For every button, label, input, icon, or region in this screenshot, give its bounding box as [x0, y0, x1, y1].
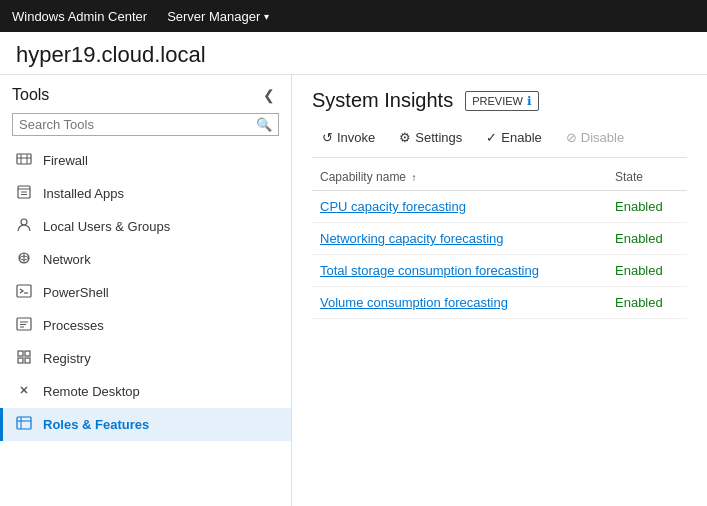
settings-icon: ⚙ — [399, 130, 411, 145]
server-manager-menu[interactable]: Server Manager ▾ — [167, 9, 269, 24]
sidebar-item-label-installed-apps: Installed Apps — [43, 186, 124, 201]
app-name: Windows Admin Center — [12, 9, 147, 24]
svg-rect-23 — [17, 417, 31, 429]
table-row: Volume consumption forecastingEnabled — [312, 287, 687, 319]
capability-link-3[interactable]: Volume consumption forecasting — [320, 295, 508, 310]
sidebar-nav: FirewallInstalled AppsLocal Users & Grou… — [0, 144, 291, 506]
capability-link-2[interactable]: Total storage consumption forecasting — [320, 263, 539, 278]
search-input[interactable] — [19, 117, 256, 132]
powershell-icon — [15, 283, 33, 302]
capabilities-table: Capability name ↑ State CPU capacity for… — [312, 166, 687, 319]
sidebar-item-label-registry: Registry — [43, 351, 91, 366]
col-state-header: State — [607, 166, 687, 191]
server-chevron-icon: ▾ — [264, 11, 269, 22]
enable-button[interactable]: ✓ Enable — [476, 126, 551, 149]
svg-rect-19 — [18, 358, 23, 363]
firewall-icon — [15, 151, 33, 170]
sidebar-item-powershell[interactable]: PowerShell — [0, 276, 291, 309]
table-row: CPU capacity forecastingEnabled — [312, 191, 687, 223]
capability-cell-2: Total storage consumption forecasting — [312, 255, 607, 287]
sidebar-item-firewall[interactable]: Firewall — [0, 144, 291, 177]
state-cell-1: Enabled — [607, 223, 687, 255]
invoke-button[interactable]: ↺ Invoke — [312, 126, 385, 149]
sidebar-item-registry[interactable]: Registry — [0, 342, 291, 375]
table-row: Networking capacity forecastingEnabled — [312, 223, 687, 255]
sidebar-item-roles-features[interactable]: Roles & Features — [0, 408, 291, 441]
local-users-icon — [15, 217, 33, 236]
topbar: Windows Admin Center Server Manager ▾ — [0, 0, 707, 32]
disable-button[interactable]: ⊘ Disable — [556, 126, 634, 149]
svg-rect-20 — [25, 358, 30, 363]
state-cell-3: Enabled — [607, 287, 687, 319]
state-cell-2: Enabled — [607, 255, 687, 287]
col-capability-header: Capability name ↑ — [312, 166, 607, 191]
processes-icon — [15, 316, 33, 335]
capability-link-0[interactable]: CPU capacity forecasting — [320, 199, 466, 214]
sidebar-item-processes[interactable]: Processes — [0, 309, 291, 342]
host-title: hyper19.cloud.local — [0, 32, 707, 75]
preview-badge: PREVIEW ℹ — [465, 91, 539, 111]
settings-button[interactable]: ⚙ Settings — [389, 126, 472, 149]
search-box: 🔍 — [12, 113, 279, 136]
svg-rect-0 — [17, 154, 31, 164]
svg-rect-17 — [18, 351, 23, 356]
enable-label: Enable — [501, 130, 541, 145]
capability-link-1[interactable]: Networking capacity forecasting — [320, 231, 504, 246]
sidebar-header: Tools ❮ — [0, 75, 291, 113]
content-area: Tools ❮ 🔍 FirewallInstalled AppsLocal Us… — [0, 75, 707, 506]
remote-desktop-icon — [15, 382, 33, 401]
sidebar-item-remote-desktop[interactable]: Remote Desktop — [0, 375, 291, 408]
state-cell-0: Enabled — [607, 191, 687, 223]
server-manager-label: Server Manager — [167, 9, 260, 24]
sidebar-item-label-remote-desktop: Remote Desktop — [43, 384, 140, 399]
sidebar-item-local-users[interactable]: Local Users & Groups — [0, 210, 291, 243]
sidebar-item-installed-apps[interactable]: Installed Apps — [0, 177, 291, 210]
sidebar-item-label-firewall: Firewall — [43, 153, 88, 168]
sidebar-item-label-local-users: Local Users & Groups — [43, 219, 170, 234]
invoke-icon: ↺ — [322, 130, 333, 145]
sidebar-item-label-network: Network — [43, 252, 91, 267]
panel-title-row: System Insights PREVIEW ℹ — [312, 89, 687, 112]
svg-rect-18 — [25, 351, 30, 356]
sort-icon[interactable]: ↑ — [411, 172, 416, 183]
preview-label: PREVIEW — [472, 95, 523, 107]
search-icon[interactable]: 🔍 — [256, 117, 272, 132]
tools-label: Tools — [12, 86, 49, 104]
capability-cell-3: Volume consumption forecasting — [312, 287, 607, 319]
capability-cell-0: CPU capacity forecasting — [312, 191, 607, 223]
panel-title: System Insights — [312, 89, 453, 112]
disable-icon: ⊘ — [566, 130, 577, 145]
main-panel: System Insights PREVIEW ℹ ↺ Invoke ⚙ Set… — [292, 75, 707, 506]
registry-icon — [15, 349, 33, 368]
preview-info-icon[interactable]: ℹ — [527, 94, 532, 108]
roles-features-icon — [15, 415, 33, 434]
sidebar-item-label-processes: Processes — [43, 318, 104, 333]
table-row: Total storage consumption forecastingEna… — [312, 255, 687, 287]
toolbar: ↺ Invoke ⚙ Settings ✓ Enable ⊘ Disable — [312, 126, 687, 158]
table-header: Capability name ↑ State — [312, 166, 687, 191]
enable-icon: ✓ — [486, 130, 497, 145]
sidebar-item-label-roles-features: Roles & Features — [43, 417, 149, 432]
svg-point-8 — [21, 219, 27, 225]
sidebar-item-network[interactable]: Network — [0, 243, 291, 276]
network-icon — [15, 250, 33, 269]
main-layout: hyper19.cloud.local Tools ❮ 🔍 FirewallIn… — [0, 32, 707, 506]
disable-label: Disable — [581, 130, 624, 145]
capability-cell-1: Networking capacity forecasting — [312, 223, 607, 255]
invoke-label: Invoke — [337, 130, 375, 145]
sidebar-item-label-powershell: PowerShell — [43, 285, 109, 300]
collapse-sidebar-button[interactable]: ❮ — [259, 85, 279, 105]
settings-label: Settings — [415, 130, 462, 145]
installed-apps-icon — [15, 184, 33, 203]
sidebar: Tools ❮ 🔍 FirewallInstalled AppsLocal Us… — [0, 75, 292, 506]
